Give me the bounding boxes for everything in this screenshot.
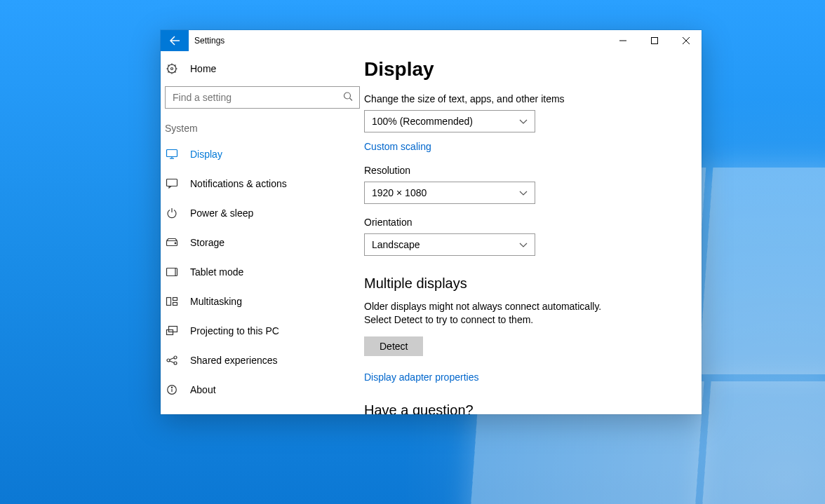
home-icon — [165, 63, 179, 74]
detect-button[interactable]: Detect — [364, 336, 423, 356]
svg-line-34 — [170, 361, 174, 363]
resolution-dropdown[interactable]: 1920 × 1080 — [364, 182, 535, 204]
settings-window: Settings Home — [161, 30, 702, 414]
resolution-label: Resolution — [364, 165, 702, 176]
search-input[interactable] — [165, 86, 360, 109]
chevron-down-icon — [519, 187, 528, 198]
have-question-title: Have a question? — [364, 402, 702, 414]
close-icon — [683, 37, 690, 44]
svg-rect-1 — [651, 38, 657, 44]
search-icon — [343, 92, 353, 104]
display-adapter-link[interactable]: Display adapter properties — [364, 372, 702, 383]
back-arrow-icon — [169, 35, 180, 46]
svg-rect-25 — [167, 298, 171, 306]
svg-point-14 — [344, 93, 351, 99]
orientation-dropdown[interactable]: Landscape — [364, 233, 535, 256]
sidebar-item-shared-experiences[interactable]: Shared experiences — [161, 346, 364, 375]
maximize-icon — [651, 37, 658, 44]
svg-line-15 — [350, 98, 353, 101]
about-icon — [165, 385, 179, 395]
sidebar-item-label: Display — [190, 149, 222, 160]
multitasking-icon — [165, 297, 179, 306]
multiple-displays-text: Older displays might not always connect … — [364, 300, 631, 327]
desktop-background: Settings Home — [0, 0, 825, 504]
tablet-icon — [165, 268, 179, 276]
custom-scaling-link[interactable]: Custom scaling — [364, 141, 702, 152]
svg-point-31 — [174, 356, 177, 359]
sidebar-home[interactable]: Home — [161, 54, 364, 83]
sidebar-item-tablet-mode[interactable]: Tablet mode — [161, 257, 364, 287]
svg-point-32 — [174, 362, 177, 365]
sidebar-home-label: Home — [190, 63, 216, 74]
minimize-button[interactable] — [607, 30, 638, 51]
orientation-value: Landscape — [372, 239, 420, 250]
titlebar: Settings — [161, 30, 702, 51]
power-icon — [165, 208, 179, 218]
close-button[interactable] — [670, 30, 702, 51]
svg-point-30 — [167, 359, 170, 362]
sidebar-item-power-sleep[interactable]: Power & sleep — [161, 198, 364, 228]
sidebar-item-projecting[interactable]: Projecting to this PC — [161, 316, 364, 346]
page-title: Display — [364, 51, 702, 81]
sidebar-item-about[interactable]: About — [161, 375, 364, 404]
svg-point-5 — [171, 68, 173, 70]
projecting-icon — [165, 326, 179, 336]
back-button[interactable] — [161, 30, 189, 51]
sidebar-item-label: Storage — [190, 237, 224, 248]
shared-icon — [165, 355, 179, 365]
notifications-icon — [165, 179, 179, 189]
sidebar-item-display[interactable]: Display — [161, 139, 364, 169]
sidebar-item-notifications[interactable]: Notifications & actions — [161, 169, 364, 198]
sidebar-item-label: Multitasking — [190, 296, 242, 307]
sidebar-item-storage[interactable]: Storage — [161, 228, 364, 257]
sidebar-item-label: About — [190, 384, 216, 395]
storage-icon — [165, 238, 179, 247]
sidebar-item-label: Tablet mode — [190, 266, 243, 278]
sidebar-item-label: Power & sleep — [190, 207, 253, 219]
svg-rect-16 — [167, 150, 177, 157]
resolution-value: 1920 × 1080 — [372, 187, 427, 198]
svg-rect-27 — [173, 303, 177, 306]
multiple-displays-title: Multiple displays — [364, 275, 702, 292]
display-icon — [165, 149, 179, 159]
window-title: Settings — [189, 30, 224, 51]
sidebar-item-label: Shared experiences — [190, 355, 278, 366]
minimize-icon — [619, 37, 626, 44]
svg-point-22 — [175, 243, 176, 244]
svg-rect-19 — [167, 179, 177, 186]
settings-content: Display Change the size of text, apps, a… — [364, 51, 702, 414]
orientation-label: Orientation — [364, 217, 702, 228]
sidebar-group-label: System — [161, 109, 364, 139]
chevron-down-icon — [519, 116, 528, 127]
sidebar-item-label: Projecting to this PC — [190, 325, 279, 336]
sidebar-item-label: Notifications & actions — [190, 178, 287, 189]
maximize-button[interactable] — [638, 30, 670, 51]
search-box[interactable] — [165, 86, 360, 109]
svg-line-33 — [170, 358, 174, 360]
chevron-down-icon — [519, 239, 528, 250]
scale-dropdown[interactable]: 100% (Recommended) — [364, 110, 535, 132]
svg-rect-26 — [173, 298, 177, 301]
sidebar-item-multitasking[interactable]: Multitasking — [161, 287, 364, 316]
scale-value: 100% (Recommended) — [372, 116, 473, 127]
sidebar: Home System Display — [161, 51, 364, 414]
scale-label: Change the size of text, apps, and other… — [364, 93, 702, 104]
svg-point-37 — [171, 387, 172, 388]
